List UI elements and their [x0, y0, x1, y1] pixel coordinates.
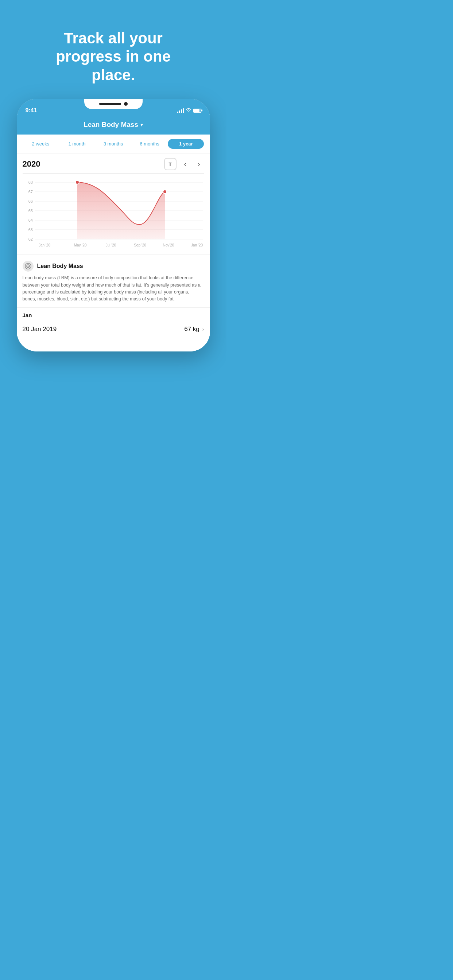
svg-text:Jan '20: Jan '20: [191, 243, 203, 247]
svg-text:62: 62: [28, 237, 32, 241]
chart-section: 2020 T ‹ › 68 67 66 65 64: [17, 153, 210, 251]
tab-6months[interactable]: 6 months: [131, 139, 168, 149]
tab-1month[interactable]: 1 month: [59, 139, 95, 149]
status-icons: [177, 108, 201, 113]
header-chevron-icon[interactable]: ▾: [140, 122, 143, 127]
svg-point-24: [27, 266, 29, 267]
tab-3months[interactable]: 3 months: [95, 139, 132, 149]
phone-frame: 9:41 Lean Body: [17, 99, 210, 352]
chart-year: 2020: [22, 159, 40, 169]
notch-camera: [124, 102, 128, 106]
data-list-section: Jan 20 Jan 2019 67 kg ›: [17, 307, 210, 340]
svg-point-14: [75, 180, 79, 184]
info-section: Lean Body Mass Lean body mass (LBM) is a…: [17, 255, 210, 307]
svg-text:68: 68: [28, 180, 32, 185]
chart-container: 68 67 66 65 64 63 62: [22, 177, 204, 251]
chart-prev-button[interactable]: ‹: [180, 159, 190, 169]
svg-point-15: [163, 190, 167, 194]
svg-text:63: 63: [28, 228, 32, 232]
table-view-button[interactable]: T: [164, 158, 177, 170]
phone-notch: [84, 99, 143, 109]
screen-title: Lean Body Mass: [83, 121, 138, 129]
data-date: 20 Jan 2019: [22, 326, 57, 333]
chart-controls: T ‹ ›: [164, 158, 204, 170]
data-month-label: Jan: [22, 312, 204, 318]
chart-header: 2020 T ‹ ›: [22, 158, 204, 170]
signal-icon: [177, 108, 184, 113]
svg-text:65: 65: [28, 208, 32, 213]
app-header: Lean Body Mass ▾: [17, 117, 210, 135]
svg-text:Nov'20: Nov'20: [163, 243, 174, 247]
info-title: Lean Body Mass: [37, 263, 83, 269]
status-time: 9:41: [26, 107, 37, 114]
battery-icon: [193, 109, 201, 113]
data-value-group: 67 kg ›: [184, 326, 204, 333]
hero-text: Track all your progress in one place.: [41, 29, 185, 84]
wifi-icon: [186, 108, 191, 113]
status-bar: 9:41: [17, 99, 210, 117]
svg-text:Jan '20: Jan '20: [39, 243, 50, 247]
lean-body-mass-icon: [22, 261, 33, 272]
svg-text:66: 66: [28, 199, 32, 204]
notch-speaker: [99, 103, 121, 105]
data-value: 67 kg: [184, 326, 199, 333]
chart-next-button[interactable]: ›: [194, 159, 204, 169]
row-chevron-icon: ›: [203, 326, 204, 332]
tab-1year[interactable]: 1 year: [168, 139, 204, 149]
phone-content: 2 weeks 1 month 3 months 6 months 1 year…: [17, 135, 210, 352]
svg-text:Sep '20: Sep '20: [134, 243, 146, 247]
tab-2weeks[interactable]: 2 weeks: [22, 139, 59, 149]
chart-divider: [22, 173, 204, 173]
time-range-tabs: 2 weeks 1 month 3 months 6 months 1 year: [17, 135, 210, 153]
svg-text:67: 67: [28, 189, 32, 194]
bottom-padding: [17, 340, 210, 352]
svg-text:64: 64: [28, 218, 32, 223]
info-header: Lean Body Mass: [22, 261, 204, 272]
svg-text:May '20: May '20: [74, 243, 86, 247]
table-row[interactable]: 20 Jan 2019 67 kg ›: [22, 323, 204, 336]
chart-svg: 68 67 66 65 64 63 62: [22, 177, 204, 250]
info-body: Lean body mass (LBM) is a measure of bod…: [22, 275, 204, 303]
svg-text:Jul '20: Jul '20: [105, 243, 116, 247]
